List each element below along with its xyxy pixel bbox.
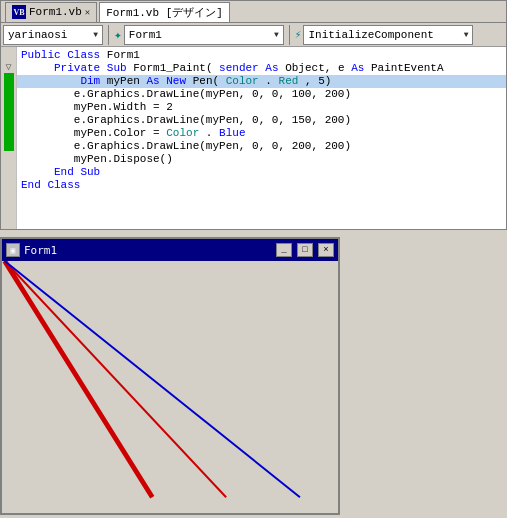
kw-class: Class: [67, 49, 100, 61]
code-line-3: Dim myPen As New Pen( Color . Red , 5): [17, 75, 506, 88]
event-combo-arrow: ▼: [464, 30, 469, 39]
tab-form1vb-close[interactable]: ✕: [85, 7, 90, 18]
code-area: ▽ Public Class Form1 Private Sub F: [1, 47, 506, 229]
restore-button[interactable]: □: [297, 243, 313, 257]
method-combo[interactable]: Form1 ▼: [124, 25, 284, 45]
draw-canvas: [2, 261, 338, 513]
kw-sub: Sub: [107, 62, 127, 74]
class-combo[interactable]: yarinaosi ▼: [3, 25, 103, 45]
minimize-button[interactable]: _: [276, 243, 292, 257]
toolbar-separator2: [289, 25, 290, 45]
collapse-icon: ▽: [5, 61, 11, 73]
ide-window: VB Form1.vb ✕ Form1.vb [デザイン] yarinaosi …: [0, 0, 507, 230]
method-icon: ✦: [114, 27, 122, 43]
form-body: [2, 261, 338, 513]
tab-designer[interactable]: Form1.vb [デザイン]: [99, 2, 230, 22]
code-line-11: End Class: [17, 179, 506, 192]
code-line-10: End Sub: [17, 166, 506, 179]
toolbar-separator: [108, 25, 109, 45]
code-gutter: ▽: [1, 47, 17, 229]
code-content[interactable]: Public Class Form1 Private Sub Form1_Pai…: [17, 47, 506, 229]
code-line-2: Private Sub Form1_Paint( sender As Objec…: [17, 62, 506, 75]
form-title-text: Form1: [24, 244, 271, 257]
vb-icon: VB: [12, 5, 26, 19]
red-line-thick: [5, 261, 153, 497]
code-line-7: myPen.Color = Color . Blue: [17, 127, 506, 140]
code-line-8: e.Graphics.DrawLine(myPen, 0, 0, 200, 20…: [17, 140, 506, 153]
tab-form1vb-label: Form1.vb: [29, 6, 82, 18]
method-combo-arrow: ▼: [274, 30, 279, 39]
red-line-thin: [5, 261, 226, 497]
event-combo[interactable]: InitializeComponent ▼: [303, 25, 473, 45]
code-line-6: e.Graphics.DrawLine(myPen, 0, 0, 150, 20…: [17, 114, 506, 127]
method-combo-value: Form1: [129, 29, 162, 41]
code-line-1: Public Class Form1: [17, 49, 506, 62]
class-combo-arrow: ▼: [93, 30, 98, 39]
gutter-mark-1: [1, 47, 16, 60]
gutter-mark-2[interactable]: ▽: [1, 60, 16, 73]
green-bar: [4, 73, 14, 151]
form-title-icon: ▣: [6, 243, 20, 257]
event-combo-value: InitializeComponent: [308, 29, 433, 41]
tab-form1vb[interactable]: VB Form1.vb ✕: [5, 2, 97, 22]
tab-bar: VB Form1.vb ✕ Form1.vb [デザイン]: [1, 1, 506, 23]
tab-designer-label: Form1.vb [デザイン]: [106, 5, 223, 20]
form-title-bar: ▣ Form1 _ □ ×: [2, 239, 338, 261]
kw-public: Public: [21, 49, 61, 61]
code-line-9: myPen.Dispose(): [17, 153, 506, 166]
kw-private: Private: [54, 62, 100, 74]
green-indicator-area: [1, 73, 16, 151]
code-line-5: myPen.Width = 2: [17, 101, 506, 114]
code-line-4: e.Graphics.DrawLine(myPen, 0, 0, 100, 20…: [17, 88, 506, 101]
event-icon: ⚡: [295, 28, 302, 41]
close-button[interactable]: ×: [318, 243, 334, 257]
form1-window: ▣ Form1 _ □ ×: [0, 237, 340, 515]
class-combo-value: yarinaosi: [8, 29, 67, 41]
toolbar-row: yarinaosi ▼ ✦ Form1 ▼ ⚡ InitializeCompon…: [1, 23, 506, 47]
blue-line: [5, 261, 300, 497]
